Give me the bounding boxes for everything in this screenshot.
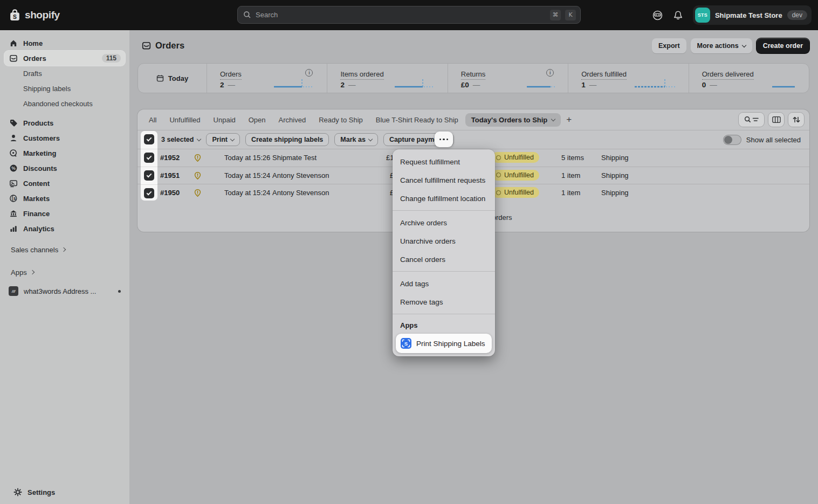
select-all-checkbox[interactable]	[144, 134, 154, 144]
chevron-down-icon	[741, 43, 746, 47]
products-tag-icon	[9, 119, 18, 127]
sidebar-item-customers[interactable]: Customers	[4, 130, 125, 146]
store-menu[interactable]: STS Shipmate Test Store dev	[693, 5, 812, 25]
metric-returns[interactable]: Returns i £0—	[448, 64, 568, 93]
row-checkbox[interactable]	[144, 170, 154, 181]
sidebar-item-content[interactable]: Content	[4, 176, 125, 191]
show-all-selected-toggle[interactable]	[723, 135, 741, 145]
columns-button[interactable]	[768, 113, 784, 127]
sidebar-section-sales-channels[interactable]: Sales channels	[4, 243, 125, 257]
menu-item-unarchive-orders[interactable]: Unarchive orders	[393, 232, 495, 250]
menu-item-add-tags[interactable]: Add tags	[393, 274, 495, 293]
create-order-button[interactable]: Create order	[757, 38, 809, 53]
global-search[interactable]: ⌘ K	[237, 6, 581, 24]
shopify-admin: S shopify ⌘ K	[0, 0, 818, 504]
add-view-button[interactable]: +	[562, 113, 576, 127]
unfulfilled-ring-icon	[496, 172, 501, 177]
menu-apps-header: Apps	[393, 317, 495, 333]
menu-item-remove-tags[interactable]: Remove tags	[393, 293, 495, 311]
menu-item-cancel-fulfillment-requests[interactable]: Cancel fulfillment requests	[393, 171, 495, 189]
order-customer: Antony Stevenson	[272, 189, 329, 197]
sidebar-item-products[interactable]: Products	[4, 115, 125, 130]
menu-item-print-shipping-labels[interactable]: S Print Shipping Labels	[396, 334, 492, 353]
sidebar-item-analytics[interactable]: Analytics	[4, 221, 125, 236]
export-button[interactable]: Export	[652, 38, 686, 53]
bulk-right: Show all selected	[723, 130, 801, 149]
tab-all[interactable]: All	[143, 113, 162, 127]
order-customer: Shipmate Test	[272, 154, 317, 162]
metrics-bar: Today Orders i 2— Items ordered 2—	[138, 63, 809, 93]
unfulfilled-ring-icon	[496, 190, 501, 195]
row-checkbox[interactable]	[144, 188, 154, 198]
fulfillment-status-badge: Unfulfilled	[492, 170, 539, 181]
chevron-down-icon	[368, 136, 373, 141]
sidebar-item-label: Markets	[23, 195, 50, 203]
address-warning-pin-icon	[194, 154, 201, 164]
create-shipping-labels-button[interactable]: Create shipping labels	[245, 133, 329, 146]
notifications-bell-icon[interactable]	[673, 10, 683, 20]
sidebar-item-abandoned-checkouts[interactable]: Abandoned checkouts	[4, 96, 125, 111]
sparkline-chart	[393, 75, 436, 89]
metric-items-ordered[interactable]: Items ordered 2—	[327, 64, 448, 93]
search-input[interactable]	[256, 11, 546, 19]
sidebar-item-drafts[interactable]: Drafts	[4, 66, 125, 81]
order-date: Today at 15:24	[224, 189, 270, 197]
menu-item-cancel-orders[interactable]: Cancel orders	[393, 250, 495, 268]
page-title: Orders	[155, 40, 184, 51]
columns-icon	[772, 116, 781, 123]
mark-as-button[interactable]: Mark as	[334, 133, 378, 146]
order-number[interactable]: #1952	[160, 154, 180, 162]
header-actions: Export More actions Create order	[652, 38, 809, 53]
sidebar-item-orders[interactable]: Orders 115	[4, 51, 125, 66]
sidebar-item-label: Customers	[23, 134, 60, 142]
tab-unfulfilled[interactable]: Unfulfilled	[163, 113, 206, 127]
row-checkbox[interactable]	[144, 153, 154, 163]
date-range-button[interactable]: Today	[138, 64, 207, 93]
sidebar-item-label: Discounts	[23, 164, 57, 172]
tab-archived[interactable]: Archived	[273, 113, 312, 127]
tab-blue-tshirt-ready-to-ship[interactable]: Blue T-Shirt Ready to Ship	[370, 113, 464, 127]
shopify-logo[interactable]: S shopify	[9, 0, 60, 30]
search-filter-button[interactable]	[739, 113, 764, 127]
sort-button[interactable]	[788, 113, 804, 127]
bulk-more-actions-menu: Request fulfillment Cancel fulfillment r…	[393, 149, 495, 356]
menu-item-request-fulfillment[interactable]: Request fulfillment	[393, 153, 495, 171]
sidebar-item-markets[interactable]: $ Markets	[4, 191, 125, 206]
sidebar-item-home[interactable]: Home	[4, 36, 125, 51]
metric-orders-delivered[interactable]: Orders delivered 0—	[689, 64, 809, 93]
sparkline-chart	[272, 75, 315, 89]
content-media-icon	[9, 179, 18, 188]
markets-globe-icon: $	[9, 194, 18, 203]
env-badge: dev	[787, 10, 807, 20]
selected-count-button[interactable]: 3 selected	[161, 136, 201, 143]
sidebar-item-what3words[interactable]: /// what3words Address ...	[4, 284, 125, 299]
tab-todays-orders-to-ship[interactable]: Today's Orders to Ship	[465, 113, 561, 127]
menu-item-change-fulfillment-location[interactable]: Change fulfillment location	[393, 189, 495, 208]
sidebar-item-finance[interactable]: Finance	[4, 206, 125, 221]
menu-item-archive-orders[interactable]: Archive orders	[393, 213, 495, 232]
more-actions-button[interactable]: More actions	[691, 38, 752, 53]
sidebar-item-shipping-labels[interactable]: Shipping labels	[4, 81, 125, 96]
sidebar-section-apps[interactable]: Apps	[4, 265, 125, 279]
sidebar-item-marketing[interactable]: Marketing	[4, 146, 125, 161]
order-customer: Antony Stevenson	[272, 171, 329, 179]
bulk-more-actions-button[interactable]	[435, 132, 453, 147]
order-number[interactable]: #1950	[160, 189, 180, 197]
sidekick-icon[interactable]	[652, 10, 663, 21]
metric-orders-fulfilled[interactable]: Orders fulfilled 1—	[568, 64, 689, 93]
order-number[interactable]: #1951	[160, 171, 180, 179]
sidebar-item-discounts[interactable]: % Discounts	[4, 161, 125, 176]
tab-ready-to-ship[interactable]: Ready to Ship	[313, 113, 369, 127]
unfulfilled-ring-icon	[496, 155, 501, 160]
tab-unpaid[interactable]: Unpaid	[208, 113, 242, 127]
print-button[interactable]: Print	[206, 133, 239, 146]
metric-value: £0	[461, 81, 469, 89]
analytics-bars-icon	[9, 224, 18, 233]
metric-orders[interactable]: Orders i 2—	[207, 64, 327, 93]
sidebar-item-label: Settings	[28, 488, 55, 496]
sidebar-item-label: Home	[23, 39, 43, 47]
calendar-icon	[156, 74, 164, 82]
chevron-down-icon	[197, 136, 201, 141]
sidebar-item-settings[interactable]: Settings	[9, 485, 121, 500]
tab-open[interactable]: Open	[243, 113, 272, 127]
